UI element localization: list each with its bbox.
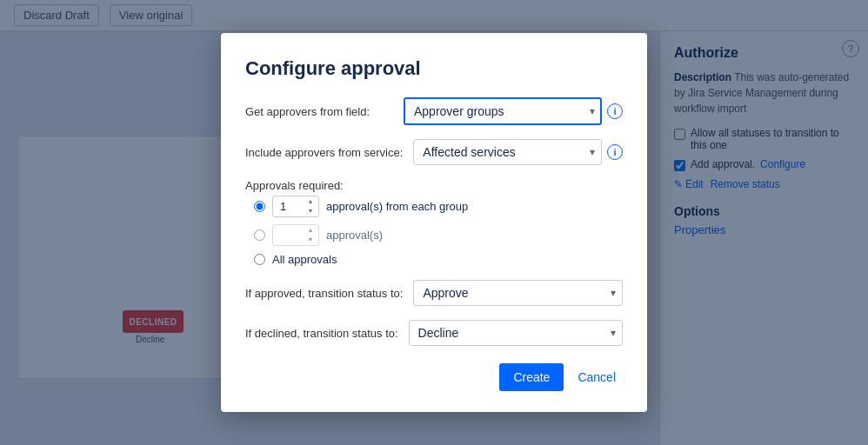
configure-approval-modal: Configure approval Get approvers from fi… (221, 33, 647, 412)
approvers-select-wrapper: Approver groups ▾ (404, 97, 602, 125)
approved-transition-label: If approved, transition status to: (245, 287, 403, 300)
approvals-required-label: Approvals required: (245, 179, 393, 192)
all-approvals-label: All approvals (272, 253, 337, 266)
approval-count-spinners: ▴ ▾ (304, 196, 317, 216)
approved-transition-row: If approved, transition status to: Appro… (245, 280, 623, 306)
radio-all-approvals[interactable] (254, 254, 265, 265)
include-service-row: Include approvers from service: Affected… (245, 139, 623, 165)
declined-transition-group: Decline ▾ (409, 320, 623, 346)
approvals-label: approval(s) (326, 229, 383, 242)
create-button[interactable]: Create (499, 363, 564, 391)
approved-select-wrapper: Approve ▾ (413, 280, 623, 306)
radio-options: ▴ ▾ approval(s) from each group ▴ ▾ (254, 196, 623, 266)
approvers-select[interactable]: Approver groups (404, 97, 602, 125)
approval-count2-wrapper: ▴ ▾ (272, 224, 319, 246)
count2-down-button[interactable]: ▾ (304, 236, 317, 245)
service-select[interactable]: Affected services (413, 139, 602, 165)
service-info-icon[interactable]: i (607, 144, 623, 160)
count2-up-button[interactable]: ▴ (304, 226, 317, 236)
radio-row-all: All approvals (254, 253, 623, 266)
declined-select[interactable]: Decline (409, 320, 623, 346)
modal-actions: Create Cancel (245, 363, 623, 391)
approvers-field-label: Get approvers from field: (245, 105, 393, 118)
each-group-label: approval(s) from each group (326, 200, 468, 213)
modal-overlay: Configure approval Get approvers from fi… (0, 0, 868, 445)
approvers-field-row: Get approvers from field: Approver group… (245, 97, 623, 125)
radio-approvals[interactable] (254, 229, 265, 241)
approvals-required-row: Approvals required: (245, 179, 623, 192)
radio-row-each-group: ▴ ▾ approval(s) from each group (254, 196, 623, 217)
count-up-button[interactable]: ▴ (304, 197, 317, 207)
cancel-button[interactable]: Cancel (571, 363, 623, 391)
approvers-field-group: Approver groups ▾ i (404, 97, 623, 125)
declined-select-wrapper: Decline ▾ (409, 320, 623, 346)
include-service-group: Affected services ▾ i (413, 139, 623, 165)
radio-row-approvals: ▴ ▾ approval(s) (254, 224, 623, 246)
approval-count2-spinners: ▴ ▾ (304, 225, 317, 245)
approvals-required-section: Approvals required: ▴ ▾ approval(s) from… (245, 179, 623, 266)
modal-title: Configure approval (245, 57, 623, 80)
approval-count-wrapper: ▴ ▾ (272, 196, 319, 217)
approved-transition-group: Approve ▾ (413, 280, 623, 306)
declined-transition-row: If declined, transition status to: Decli… (245, 320, 623, 346)
service-select-wrapper: Affected services ▾ (413, 139, 602, 165)
approvers-info-icon[interactable]: i (607, 103, 623, 119)
approved-select[interactable]: Approve (413, 280, 623, 306)
count-down-button[interactable]: ▾ (304, 207, 317, 216)
declined-transition-label: If declined, transition status to: (245, 327, 398, 340)
include-service-label: Include approvers from service: (245, 146, 403, 159)
radio-each-group[interactable] (254, 201, 265, 212)
